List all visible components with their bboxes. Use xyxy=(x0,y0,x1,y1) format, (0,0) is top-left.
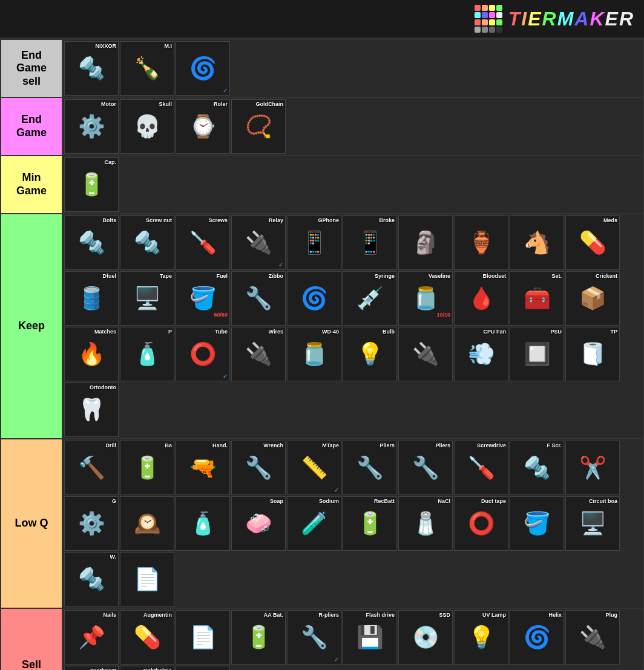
item-label: Plug xyxy=(606,612,618,618)
list-item[interactable]: Skull💀 xyxy=(120,99,174,154)
list-item[interactable]: M.I🍾 xyxy=(120,41,174,96)
list-item[interactable]: Ophthalmo💉 xyxy=(120,666,174,670)
list-item[interactable]: Screws🪛 xyxy=(176,215,230,270)
list-item[interactable]: Wrench🔧 xyxy=(231,441,286,495)
item-label: M.I xyxy=(165,43,172,49)
item-icon: 📄 xyxy=(134,568,161,590)
list-item[interactable]: Zibbo🔧 xyxy=(231,271,286,326)
list-item[interactable]: Tape🖥️ xyxy=(120,271,174,326)
list-item[interactable]: P🧴 xyxy=(120,327,174,381)
list-item[interactable]: Circuit boa🖥️ xyxy=(565,496,620,551)
item-label: Motor xyxy=(101,101,116,107)
list-item[interactable]: NIXXOR🔩 xyxy=(64,41,119,96)
list-item[interactable]: CPU Fan💨 xyxy=(454,327,508,381)
list-item[interactable]: GoldChain📿 xyxy=(231,99,286,154)
list-item[interactable]: AA Bat.🔋 xyxy=(231,610,286,665)
item-label: Tube xyxy=(215,329,228,335)
list-item[interactable]: Set.🧰 xyxy=(510,271,564,326)
list-item[interactable]: Wires🔌 xyxy=(231,327,286,381)
item-label: Syringe xyxy=(375,273,395,279)
list-item[interactable]: Screwdrive🪛 xyxy=(454,441,508,495)
tier-items-min-game: Cap.🔋 xyxy=(62,156,643,213)
list-item[interactable]: Matches🔥 xyxy=(64,327,119,381)
list-item[interactable]: 📄 xyxy=(176,666,230,670)
list-item[interactable]: Dfuel🛢️ xyxy=(64,271,119,326)
list-item[interactable]: Plug🔌 xyxy=(565,610,620,665)
item-label: Crickent xyxy=(596,273,617,279)
list-item[interactable]: Vaseline🫙10/10 xyxy=(398,271,453,326)
list-item[interactable]: Ortodonto🦷 xyxy=(64,383,119,437)
list-item[interactable]: Tube⭕✓ xyxy=(176,327,230,381)
list-item[interactable]: MTape📏✓ xyxy=(287,441,341,495)
list-item[interactable]: Meds💊 xyxy=(565,215,620,270)
item-icon: 📄 xyxy=(189,626,217,648)
item-icon: 🍾 xyxy=(134,57,161,79)
list-item[interactable]: Motor⚙️ xyxy=(64,99,119,154)
list-item[interactable]: 🔌 xyxy=(398,327,453,381)
list-item[interactable]: Augmentin💊 xyxy=(120,610,174,665)
list-item[interactable]: Bolts🔩 xyxy=(64,215,119,270)
item-icon: 🧂 xyxy=(412,513,439,534)
item-icon: 🔫 xyxy=(189,457,217,479)
item-icon: 🔌 xyxy=(579,626,606,648)
list-item[interactable]: 🌀✓ xyxy=(176,41,230,96)
list-item[interactable]: RecBatt🔋 xyxy=(343,496,397,551)
list-item[interactable]: Toothpast🦷 xyxy=(64,666,119,670)
list-item[interactable]: NaCl🧂 xyxy=(398,496,453,551)
item-icon: 🦷 xyxy=(78,399,105,421)
list-item[interactable]: GPhone📱 xyxy=(287,215,341,270)
list-item[interactable]: 📄 xyxy=(120,552,174,606)
list-item[interactable]: Crickent📦 xyxy=(565,271,620,326)
list-item[interactable]: Fuel🪣60/60 xyxy=(176,271,230,326)
list-item[interactable]: Bloodset🩸 xyxy=(454,271,508,326)
item-label: Tape xyxy=(160,273,172,279)
list-item[interactable]: 🌀 xyxy=(287,271,341,326)
list-item[interactable]: 🗿 xyxy=(398,215,453,270)
list-item[interactable]: Syringe💉 xyxy=(343,271,397,326)
list-item[interactable]: G⚙️ xyxy=(64,496,119,551)
list-item[interactable]: 📄 xyxy=(176,610,230,665)
list-item[interactable]: Sodium🧪 xyxy=(287,496,341,551)
list-item[interactable]: PSU🔲 xyxy=(510,327,564,381)
item-label: Cap. xyxy=(104,159,116,165)
list-item[interactable]: Cap.🔋 xyxy=(64,157,119,212)
list-item[interactable]: 🧴 xyxy=(176,496,230,551)
list-item[interactable]: Screw nut🔩 xyxy=(120,215,174,270)
list-item[interactable]: TP🧻 xyxy=(565,327,620,381)
list-item[interactable]: Ba🔋 xyxy=(120,441,174,495)
item-label: Pliers xyxy=(380,442,395,448)
item-icon: 🔌 xyxy=(245,343,272,365)
list-item[interactable]: 🪣 xyxy=(510,496,564,551)
list-item[interactable]: Duct tape⭕ xyxy=(454,496,508,551)
list-item[interactable]: UV Lamp💡 xyxy=(454,610,508,665)
list-item[interactable]: Nails📌 xyxy=(64,610,119,665)
item-icon: 🪣 xyxy=(524,513,551,534)
item-icon: 📱 xyxy=(301,232,328,254)
list-item[interactable]: Helix🌀 xyxy=(510,610,564,665)
list-item[interactable]: ✂️ xyxy=(565,441,620,495)
list-item[interactable]: Pliers🔧 xyxy=(343,441,397,495)
tier-label-end-game-sell: End Game sell xyxy=(1,40,62,97)
list-item[interactable]: Drill🔨 xyxy=(64,441,119,495)
item-label: Set. xyxy=(551,273,562,279)
list-item[interactable]: Relay🔌✓ xyxy=(231,215,286,270)
list-item[interactable]: Roler⌚ xyxy=(176,99,230,154)
item-icon: 🖥️ xyxy=(134,287,161,309)
list-item[interactable]: Pliers🔧 xyxy=(398,441,453,495)
list-item[interactable]: 🐴 xyxy=(510,215,564,270)
list-item[interactable]: WD-40🫙 xyxy=(287,327,341,381)
list-item[interactable]: Hand.🔫 xyxy=(176,441,230,495)
item-stack: 10/10 xyxy=(436,312,450,318)
list-item[interactable]: 🕰️ xyxy=(120,496,174,551)
list-item[interactable]: F Scr.🔩 xyxy=(510,441,564,495)
list-item[interactable]: Bulb💡 xyxy=(343,327,397,381)
list-item[interactable]: W.🔩 xyxy=(64,552,119,606)
list-item[interactable]: 🏺 xyxy=(454,215,508,270)
item-label: Pliers xyxy=(435,442,450,448)
list-item[interactable]: SSD💿 xyxy=(398,610,453,665)
list-item[interactable]: Soap🧼 xyxy=(231,496,286,551)
list-item[interactable]: R-pliers🔧✓ xyxy=(287,610,341,665)
item-label: GPhone xyxy=(318,217,339,223)
list-item[interactable]: Broke📱 xyxy=(343,215,397,270)
list-item[interactable]: Flash drive💾 xyxy=(343,610,397,665)
